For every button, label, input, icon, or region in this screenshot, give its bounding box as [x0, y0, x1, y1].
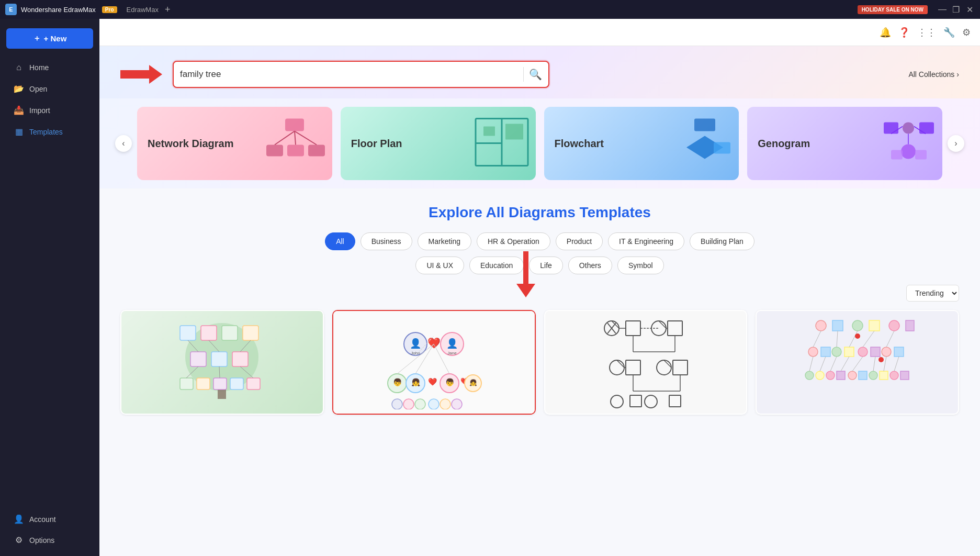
- chevron-right-icon: ›: [956, 70, 959, 79]
- titlebar: E Wondershare EdrawMax Pro EdrawMax + HO…: [0, 0, 980, 19]
- search-area: 🔍 All Collections ›: [99, 46, 980, 98]
- svg-rect-20: [891, 150, 903, 160]
- svg-rect-99: [669, 395, 681, 407]
- svg-point-98: [645, 395, 657, 408]
- next-arrow-button[interactable]: ›: [948, 135, 964, 152]
- pro-badge: Pro: [102, 6, 117, 13]
- account-icon: 👤: [14, 514, 24, 524]
- sidebar-item-templates-label: Templates: [29, 128, 63, 136]
- sidebar-item-import[interactable]: 📥 Import: [4, 100, 95, 120]
- search-input[interactable]: [180, 69, 518, 80]
- filter-pills-row2: UI & UX Education Life Others Symbol: [415, 257, 663, 274]
- sidebar-item-open[interactable]: 📂 Open: [4, 79, 95, 99]
- template-card-4[interactable]: [756, 310, 959, 415]
- diagram-card-flowchart[interactable]: Flowchart: [544, 107, 739, 180]
- grid-icon[interactable]: ⋮⋮: [917, 27, 936, 38]
- svg-point-106: [889, 320, 899, 331]
- svg-text:❤️: ❤️: [427, 337, 441, 349]
- sidebar-item-import-label: Import: [29, 106, 50, 115]
- filter-pill-it[interactable]: IT & Engineering: [608, 232, 684, 250]
- svg-rect-119: [837, 371, 845, 380]
- settings-icon[interactable]: ⚙: [962, 27, 971, 38]
- holiday-banner: HOLIDAY SALE ON NOW: [858, 5, 928, 14]
- svg-line-6: [295, 131, 296, 145]
- svg-point-112: [858, 347, 868, 357]
- diagram-card-genogram[interactable]: Genogram: [747, 107, 942, 180]
- templates-icon: ▦: [14, 127, 24, 137]
- flowchart-icon: [676, 116, 734, 171]
- all-collections-link[interactable]: All Collections ›: [908, 70, 959, 79]
- tools-icon[interactable]: 🔧: [943, 27, 955, 38]
- filter-pill-business[interactable]: Business: [361, 232, 412, 250]
- svg-marker-0: [120, 65, 162, 84]
- svg-rect-36: [180, 378, 193, 390]
- svg-text:👤: 👤: [446, 338, 458, 349]
- filter-pill-product[interactable]: Product: [556, 232, 603, 250]
- svg-line-132: [820, 357, 826, 371]
- svg-rect-4: [308, 145, 325, 157]
- svg-rect-123: [880, 371, 888, 380]
- sidebar: ＋ + New ⌂ Home 📂 Open 📥 Import ▦ Templat…: [0, 19, 99, 556]
- svg-point-64: [392, 399, 402, 409]
- svg-rect-121: [859, 371, 867, 380]
- template-card-img-1: [121, 311, 323, 414]
- svg-point-65: [403, 399, 414, 409]
- filter-pill-others[interactable]: Others: [568, 257, 612, 274]
- svg-point-114: [882, 347, 891, 357]
- close-button[interactable]: ✕: [964, 5, 975, 15]
- filter-pill-education[interactable]: Education: [469, 257, 524, 274]
- minimize-button[interactable]: —: [937, 5, 948, 15]
- tab-label[interactable]: EdrawMax: [127, 6, 159, 14]
- svg-line-137: [884, 357, 886, 371]
- svg-line-129: [863, 331, 874, 347]
- search-button[interactable]: 🔍: [529, 68, 542, 81]
- filter-pill-life[interactable]: Life: [529, 257, 563, 274]
- filter-pill-ui[interactable]: UI & UX: [415, 257, 464, 274]
- prev-arrow-button[interactable]: ‹: [115, 135, 132, 152]
- template-card-3[interactable]: [544, 310, 748, 415]
- svg-point-86: [610, 360, 624, 375]
- svg-rect-29: [180, 326, 196, 340]
- filter-pill-symbol[interactable]: Symbol: [617, 257, 664, 274]
- svg-text:👧: 👧: [411, 378, 421, 387]
- maximize-button[interactable]: ❐: [951, 5, 961, 15]
- template-card-img-3: [545, 311, 747, 414]
- svg-line-136: [873, 357, 875, 371]
- svg-rect-17: [903, 123, 914, 134]
- template-card-img-2: 👤 John ❤️ 👤 Jane 👦 👧: [333, 311, 535, 414]
- filter-pill-hr[interactable]: HR & Operation: [477, 232, 550, 250]
- svg-rect-125: [900, 371, 909, 380]
- new-button[interactable]: ＋ + New: [6, 28, 93, 49]
- svg-point-117: [816, 371, 824, 380]
- genogram-icon: [880, 116, 937, 171]
- add-tab-button[interactable]: +: [165, 4, 171, 15]
- template-card-2[interactable]: 👤 John ❤️ 👤 Jane 👦 👧: [332, 310, 536, 415]
- notification-icon[interactable]: 🔔: [880, 27, 891, 38]
- main-content: 🔔 ❓ ⋮⋮ 🔧 ⚙ 🔍 All Collections: [99, 19, 980, 556]
- svg-text:John: John: [411, 351, 420, 355]
- help-icon[interactable]: ❓: [898, 27, 910, 38]
- svg-rect-88: [626, 360, 640, 375]
- svg-line-138: [894, 357, 899, 371]
- filter-pill-marketing[interactable]: Marketing: [418, 232, 471, 250]
- sidebar-item-account[interactable]: 👤 Account: [4, 509, 95, 529]
- sort-row: Trending Newest Popular: [120, 285, 959, 302]
- svg-rect-21: [915, 150, 927, 160]
- svg-rect-103: [832, 320, 843, 331]
- svg-rect-38: [213, 378, 227, 390]
- explore-section: Explore All Diagrams Templates All Busin…: [99, 188, 980, 425]
- diagram-card-floorplan[interactable]: Floor Plan: [341, 107, 536, 180]
- sidebar-item-templates[interactable]: ▦ Templates: [4, 121, 95, 142]
- svg-point-110: [832, 347, 841, 357]
- sidebar-item-home[interactable]: ⌂ Home: [4, 58, 95, 77]
- sort-select[interactable]: Trending Newest Popular: [906, 285, 959, 302]
- filter-pill-building[interactable]: Building Plan: [690, 232, 754, 250]
- template-card-1[interactable]: [120, 310, 324, 415]
- sidebar-item-options[interactable]: ⚙ Options: [4, 530, 95, 550]
- diagram-card-network[interactable]: Network Diagram: [137, 107, 332, 180]
- svg-rect-37: [197, 378, 210, 390]
- svg-text:👤: 👤: [410, 338, 422, 349]
- floorplan-icon: [473, 116, 531, 171]
- filter-pill-all[interactable]: All: [325, 232, 355, 250]
- svg-rect-30: [201, 326, 217, 340]
